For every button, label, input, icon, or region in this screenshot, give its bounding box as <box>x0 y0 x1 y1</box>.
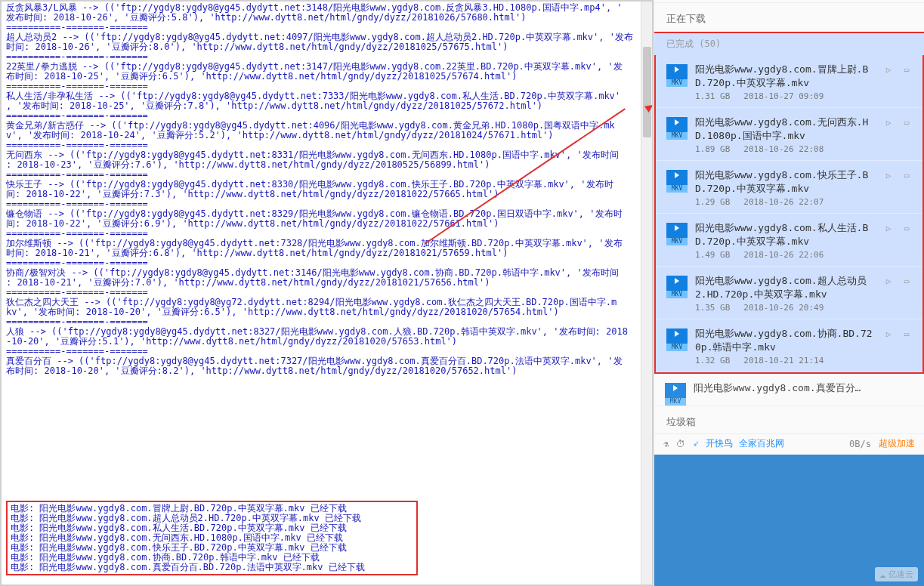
play-icon <box>675 119 679 125</box>
file-type-icon: MKV <box>666 117 688 140</box>
file-ext-label: MKV <box>666 344 688 351</box>
completed-section-header[interactable]: 已完成 (50) <box>654 32 924 55</box>
play-icon <box>675 66 679 72</box>
file-time: 2018-10-26 20:49 <box>743 303 824 313</box>
list-item-peek[interactable]: MKV 阳光电影www.ygdy8.com.真爱百分… <box>654 374 924 406</box>
file-size: 1.35 GB <box>695 303 730 313</box>
play-icon <box>675 225 679 231</box>
file-ext-label: MKV <box>666 238 688 245</box>
open-folder-icon[interactable] <box>901 64 912 75</box>
file-time: 2018-10-27 09:09 <box>743 91 824 101</box>
file-type-icon: MKV <box>666 276 688 298</box>
file-ext-label: MKV <box>665 398 686 406</box>
file-type-icon: MKV <box>666 328 688 351</box>
cloud-icon: ☁ <box>879 569 885 580</box>
bird-text[interactable]: 开快鸟 全家百兆网 <box>706 437 783 450</box>
watermark-text: 亿速云 <box>888 569 913 580</box>
play-button-icon[interactable] <box>883 223 894 233</box>
list-item[interactable]: MKV阳光电影www.ygdy8.com.冒牌上尉.BD.720p.中英双字幕.… <box>656 55 922 108</box>
file-time: 2018-10-26 22:08 <box>743 144 824 154</box>
file-size: 1.29 GB <box>695 197 730 207</box>
bird-icon[interactable]: ➶ <box>693 439 698 449</box>
console-output: 反贪风暴3/L风暴 --> (('ftp://ygdy8:ygdy8@yg45.… <box>2 2 652 378</box>
file-time: 2018-10-26 22:06 <box>743 250 824 260</box>
file-name: 阳光电影www.ygdy8.com.私人生活.BD.720p.中英双字幕.mkv <box>695 221 876 248</box>
play-button-icon[interactable] <box>883 64 894 75</box>
file-ext-label: MKV <box>666 291 688 298</box>
list-item[interactable]: MKV阳光电影www.ygdy8.com.超人总动员2.HD.720p.中英双字… <box>656 267 922 319</box>
file-name: 阳光电影www.ygdy8.com.无问西东.HD.1080p.国语中字.mkv <box>695 116 876 143</box>
file-type-icon: MKV <box>666 223 688 245</box>
play-icon <box>675 278 679 284</box>
list-item[interactable]: MKV阳光电影www.ygdy8.com.私人生活.BD.720p.中英双字幕.… <box>656 214 922 267</box>
open-folder-icon[interactable] <box>901 223 912 233</box>
file-time: 2018-10-26 22:07 <box>743 197 824 207</box>
file-size: 1.31 GB <box>695 91 730 101</box>
file-name: 阳光电影www.ygdy8.com.协商.BD.720p.韩语中字.mkv <box>695 327 876 354</box>
file-ext-label: MKV <box>666 79 688 87</box>
file-type-icon: MKV <box>666 170 688 193</box>
file-type-icon: MKV <box>665 383 686 406</box>
file-ext-label: MKV <box>666 185 688 193</box>
tab-downloading[interactable]: 正在下载 <box>654 3 924 32</box>
open-folder-icon[interactable] <box>901 276 912 286</box>
file-ext-label: MKV <box>666 132 688 140</box>
file-time: 2018-10-21 21:14 <box>743 356 824 365</box>
speed-value: 0B/s <box>849 439 871 449</box>
open-folder-icon[interactable] <box>901 117 912 128</box>
file-type-icon: MKV <box>666 64 688 87</box>
play-icon <box>673 385 678 391</box>
play-button-icon[interactable] <box>883 328 894 339</box>
list-item[interactable]: MKV阳光电影www.ygdy8.com.协商.BD.720p.韩语中字.mkv… <box>656 319 922 372</box>
download-manager-panel: 正在下载 已完成 (50) MKV阳光电影www.ygdy8.com.冒牌上尉.… <box>654 0 924 586</box>
boost-link[interactable]: 超级加速 <box>879 437 915 450</box>
file-size: 1.32 GB <box>695 356 730 365</box>
clock-icon[interactable]: ⏱ <box>676 439 685 449</box>
file-size: 1.49 GB <box>695 250 730 260</box>
downloaded-summary-box: 电影: 阳光电影www.ygdy8.com.冒牌上尉.BD.720p.中英双字幕… <box>6 501 418 575</box>
open-folder-icon[interactable] <box>901 170 912 180</box>
list-item[interactable]: MKV阳光电影www.ygdy8.com.快乐王子.BD.720p.中英双字幕.… <box>656 161 922 214</box>
list-item[interactable]: MKV阳光电影www.ygdy8.com.无问西东.HD.1080p.国语中字.… <box>656 108 922 161</box>
play-button-icon[interactable] <box>883 170 894 180</box>
desktop-background <box>654 455 924 586</box>
vertical-scrollbar[interactable] <box>641 2 652 584</box>
console-panel: 反贪风暴3/L风暴 --> (('ftp://ygdy8:ygdy8@yg45.… <box>0 0 654 586</box>
status-bar: ⚗ ⏱ ➶ 开快鸟 全家百兆网 0B/s 超级加速 <box>654 433 924 453</box>
play-icon <box>675 331 679 337</box>
file-name: 阳光电影www.ygdy8.com.快乐王子.BD.720p.中英双字幕.mkv <box>695 168 876 196</box>
file-name: 阳光电影www.ygdy8.com.超人总动员2.HD.720p.中英双字幕.m… <box>695 274 876 301</box>
play-icon <box>675 172 679 178</box>
watermark: ☁ 亿速云 <box>875 567 918 581</box>
completed-list: MKV阳光电影www.ygdy8.com.冒牌上尉.BD.720p.中英双字幕.… <box>654 55 924 374</box>
scrollbar-thumb[interactable] <box>643 47 651 137</box>
file-name: 阳光电影www.ygdy8.com.冒牌上尉.BD.720p.中英双字幕.mkv <box>695 63 876 90</box>
open-folder-icon[interactable] <box>901 328 912 339</box>
file-size: 1.89 GB <box>695 144 730 154</box>
flask-icon[interactable]: ⚗ <box>663 439 669 449</box>
file-name: 阳光电影www.ygdy8.com.真爱百分… <box>694 381 913 395</box>
play-button-icon[interactable] <box>883 117 894 128</box>
play-button-icon[interactable] <box>883 276 894 286</box>
